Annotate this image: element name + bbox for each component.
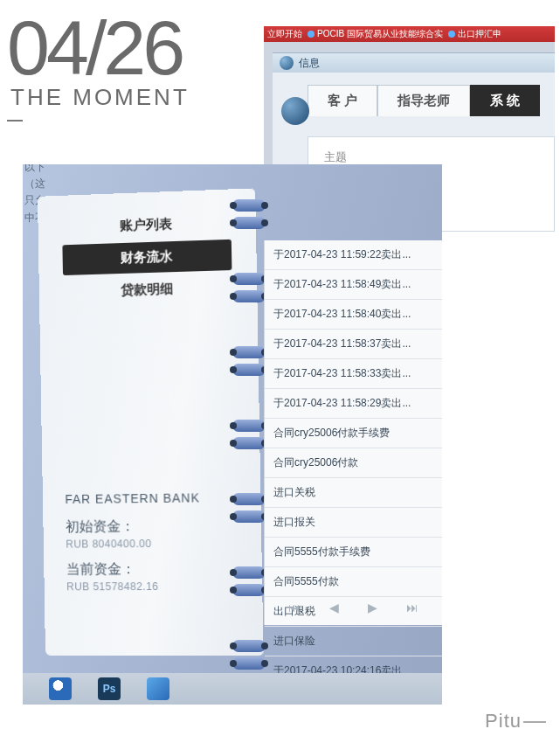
qq-icon[interactable] bbox=[49, 677, 72, 700]
app-dot-icon bbox=[448, 31, 455, 38]
list-item[interactable]: 于2017-04-23 11:58:29卖出... bbox=[265, 389, 442, 419]
app2-label: 出口押汇申 bbox=[458, 28, 501, 40]
tab-system[interactable]: 系 统 bbox=[470, 85, 540, 116]
app1-label: POCIB 国际贸易从业技能综合实 bbox=[317, 28, 443, 40]
initial-funds-value: RUB 8040400.00 bbox=[66, 538, 201, 551]
subject-label: 主题 bbox=[324, 149, 538, 165]
os-titlebar: 立即开始 POCIB 国际贸易从业技能综合实 出口押汇申 bbox=[264, 26, 555, 42]
start-label: 立即开始 bbox=[267, 28, 302, 40]
current-funds-label: 当前资金： bbox=[66, 560, 202, 580]
app-dot-icon bbox=[308, 31, 315, 38]
list-item[interactable]: 进口关税 bbox=[265, 478, 442, 508]
list-item[interactable]: 于2017-04-23 11:58:49卖出... bbox=[265, 270, 442, 300]
list-item[interactable]: 进口保险 bbox=[265, 627, 442, 656]
next-page-icon[interactable]: ▶ bbox=[368, 601, 377, 615]
photo-date-overlay: 04/26 THE MOMENT bbox=[7, 13, 190, 111]
tab-row: 客 户 指导老师 系 统 bbox=[308, 85, 555, 116]
initial-funds-label: 初始资金： bbox=[66, 517, 201, 536]
list-item[interactable]: 于2017-04-23 11:58:37卖出... bbox=[265, 330, 442, 359]
list-item[interactable]: 进口报关 bbox=[265, 508, 442, 538]
list-item[interactable]: 于2017-04-23 11:59:22卖出... bbox=[265, 240, 442, 270]
app-icon[interactable] bbox=[147, 677, 169, 700]
globe-large-icon bbox=[281, 97, 309, 125]
tab-customer[interactable]: 客 户 bbox=[308, 85, 377, 116]
notebook-panel: 账户列表 财务流水 贷款明细 FAR EASTERN BANK 初始资金： RU… bbox=[38, 188, 264, 656]
photoshop-icon[interactable]: Ps bbox=[98, 677, 121, 700]
pager-controls: ⏮ ◀ ▶ ⏭ bbox=[265, 595, 442, 620]
nav-loans[interactable]: 贷款明细 bbox=[63, 272, 232, 308]
list-item[interactable]: 合同5555付款手续费 bbox=[265, 538, 442, 567]
list-item[interactable]: 于2017-04-23 11:58:33卖出... bbox=[265, 359, 442, 389]
transaction-log: 于2017-04-23 11:59:22卖出... 于2017-04-23 11… bbox=[264, 240, 442, 625]
date-subtitle: THE MOMENT bbox=[10, 84, 190, 111]
list-item[interactable]: 合同cry25006付款手续费 bbox=[265, 419, 442, 448]
list-item[interactable]: 合同cry25006付款 bbox=[265, 448, 442, 478]
current-funds-value: RUB 51578482.16 bbox=[66, 580, 202, 593]
date-text: 04/26 bbox=[7, 13, 190, 82]
list-item[interactable]: 合同5555付款 bbox=[265, 567, 442, 597]
bank-name: FAR EASTERN BANK bbox=[65, 490, 200, 506]
dialog-titlebar[interactable]: 信息 bbox=[273, 53, 555, 73]
first-page-icon[interactable]: ⏮ bbox=[288, 601, 301, 615]
list-item[interactable]: 于2017-04-23 11:58:40卖出... bbox=[265, 300, 442, 330]
tab-teacher[interactable]: 指导老师 bbox=[377, 85, 470, 116]
nav-accounts[interactable]: 账户列表 bbox=[62, 207, 232, 244]
notebook-rings bbox=[232, 199, 266, 670]
divider-line bbox=[7, 120, 23, 122]
prev-page-icon[interactable]: ◀ bbox=[329, 601, 339, 615]
bank-info: FAR EASTERN BANK 初始资金： RUB 8040400.00 当前… bbox=[65, 490, 202, 603]
globe-icon bbox=[280, 56, 294, 70]
dialog-title: 信息 bbox=[299, 56, 320, 71]
windows-taskbar: Ps bbox=[23, 673, 442, 705]
last-page-icon[interactable]: ⏭ bbox=[406, 601, 418, 615]
pitu-watermark: Pitu bbox=[485, 710, 546, 733]
nav-finance[interactable]: 财务流水 bbox=[62, 240, 232, 275]
